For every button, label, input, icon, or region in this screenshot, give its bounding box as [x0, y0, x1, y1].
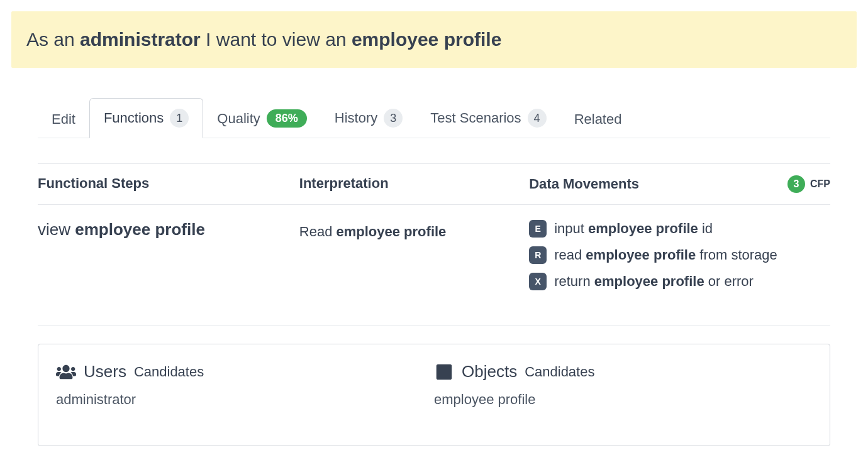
cfp-indicator: 3 CFP	[787, 175, 830, 193]
tab-edit[interactable]: Edit	[38, 101, 89, 138]
users-candidates: Users Candidates administrator	[56, 362, 434, 408]
tab-edit-label: Edit	[52, 111, 75, 128]
objects-title: Objects	[462, 362, 517, 381]
movement-text: read employee profile from storage	[554, 247, 777, 263]
movement-read: R read employee profile from storage	[529, 246, 830, 264]
tab-history-label: History	[335, 110, 377, 126]
step-verb: view	[38, 220, 75, 239]
data-movements-list: E input employee profile id R read emplo…	[529, 220, 830, 290]
column-headers: Functional Steps Interpretation Data Mov…	[38, 163, 830, 205]
functional-step: view employee profile	[38, 220, 299, 290]
movement-obj: employee profile	[588, 221, 698, 236]
objects-value: employee profile	[434, 391, 812, 408]
movement-pre: read	[554, 247, 586, 263]
movement-tag-x: X	[529, 273, 547, 290]
banner-prefix: As an	[26, 29, 80, 50]
movement-post: from storage	[696, 247, 777, 263]
banner-role: administrator	[80, 29, 201, 50]
cfp-count: 3	[787, 175, 805, 193]
movement-text: return employee profile or error	[554, 273, 754, 290]
objects-subtitle: Candidates	[525, 364, 594, 380]
tab-functions-count: 1	[170, 109, 189, 128]
tab-quality-label: Quality	[217, 111, 260, 127]
candidates-box: Users Candidates administrator Objects C…	[38, 344, 830, 446]
header-interpretation: Interpretation	[299, 175, 529, 193]
movement-text: input employee profile id	[554, 221, 713, 237]
movement-obj: employee profile	[586, 247, 696, 263]
interpretation: Read employee profile	[299, 220, 529, 290]
movement-tag-e: E	[529, 220, 547, 238]
interp-object: employee profile	[337, 224, 447, 239]
objects-title-row: Objects Candidates	[434, 362, 812, 381]
movement-post: or error	[704, 273, 754, 289]
movement-tag-r: R	[529, 246, 547, 264]
tabs: Edit Functions 1 Quality 86% History 3 T…	[38, 98, 830, 138]
banner-middle: I want to view an	[201, 29, 352, 50]
movement-post: id	[698, 221, 713, 236]
tab-test-scenarios[interactable]: Test Scenarios 4	[416, 99, 560, 138]
tab-quality[interactable]: Quality 86%	[203, 99, 321, 138]
movement-pre: input	[554, 221, 588, 236]
tab-functions[interactable]: Functions 1	[89, 98, 203, 138]
movement-obj: employee profile	[594, 273, 704, 289]
users-subtitle: Candidates	[134, 364, 204, 380]
tab-related[interactable]: Related	[560, 101, 636, 138]
movement-pre: return	[554, 273, 594, 289]
step-object: employee profile	[75, 220, 205, 239]
movement-exit: X return employee profile or error	[529, 273, 830, 290]
users-value: administrator	[56, 391, 434, 408]
users-icon	[56, 363, 76, 381]
users-title: Users	[84, 362, 126, 381]
movement-entry: E input employee profile id	[529, 220, 830, 238]
tab-history-count: 3	[384, 109, 403, 128]
users-title-row: Users Candidates	[56, 362, 434, 381]
banner-object: employee profile	[352, 29, 501, 50]
tab-test-scenarios-count: 4	[528, 109, 547, 128]
cfp-label: CFP	[810, 178, 830, 190]
tab-quality-badge: 86%	[267, 109, 307, 128]
objects-candidates: Objects Candidates employee profile	[434, 362, 812, 408]
tab-history[interactable]: History 3	[321, 99, 416, 138]
function-row: view employee profile Read employee prof…	[38, 205, 830, 326]
tab-related-label: Related	[574, 111, 622, 128]
interp-verb: Read	[299, 224, 337, 239]
header-data-movements: Data Movements	[529, 176, 639, 192]
tab-test-scenarios-label: Test Scenarios	[430, 110, 521, 126]
tab-functions-label: Functions	[104, 110, 164, 126]
object-icon	[434, 363, 454, 381]
header-functional-steps: Functional Steps	[38, 175, 299, 193]
user-story-banner: As an administrator I want to view an em…	[11, 11, 857, 68]
